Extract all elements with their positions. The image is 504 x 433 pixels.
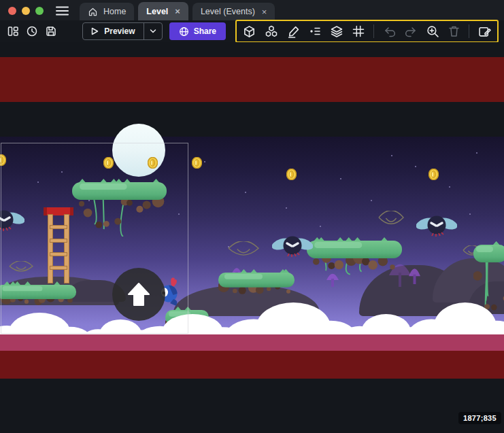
history-icon[interactable] (26, 25, 38, 37)
tab-label: Level (Events) (201, 7, 255, 16)
layers-icon[interactable] (330, 25, 343, 38)
scene-canvas[interactable]: 1877;835 (0, 42, 504, 433)
tab-home[interactable]: Home (80, 3, 134, 20)
platform[interactable] (307, 235, 402, 280)
preview-dropdown-button[interactable] (144, 23, 162, 39)
star (469, 213, 471, 215)
star (245, 192, 246, 193)
star (415, 166, 416, 167)
star (286, 207, 287, 209)
object-groups-icon[interactable] (265, 25, 278, 38)
edit-icon[interactable] (287, 25, 300, 38)
save-icon[interactable] (45, 25, 57, 37)
play-icon (90, 27, 99, 36)
window-controls (0, 7, 50, 20)
menu-icon[interactable] (50, 5, 75, 20)
toolbar-divider (469, 24, 469, 38)
star (340, 178, 341, 179)
tab-label: Level (146, 7, 168, 16)
redo-icon[interactable] (405, 25, 418, 37)
eye-decoration (378, 211, 404, 226)
coordinates-badge: 1877;835 (458, 412, 501, 424)
close-window-button[interactable] (8, 7, 16, 15)
coin[interactable] (192, 157, 202, 169)
hazard-band-bottom (0, 351, 504, 379)
mushroom (409, 266, 420, 284)
star (391, 155, 392, 156)
star (449, 186, 450, 188)
scene-properties-icon[interactable] (478, 25, 491, 38)
star (476, 152, 477, 154)
coin[interactable] (429, 169, 439, 180)
share-label: Share (194, 27, 216, 36)
scene-tools-highlight (235, 20, 499, 43)
star (320, 226, 321, 227)
tab-bar: Home Level × Level (Events) × (75, 0, 275, 20)
tab-level-events[interactable]: Level (Events) × (192, 3, 275, 20)
instance-properties-icon[interactable] (309, 25, 321, 37)
undo-icon[interactable] (383, 25, 396, 37)
hazard-band-top (0, 57, 504, 102)
ground-band-pink (0, 334, 504, 351)
coin[interactable] (286, 169, 297, 180)
close-tab-icon[interactable]: × (261, 7, 267, 17)
zoom-in-icon[interactable] (426, 25, 439, 38)
preview-button[interactable]: Preview (82, 22, 162, 40)
globe-icon (179, 27, 189, 37)
grid-icon[interactable] (352, 25, 365, 37)
preview-label: Preview (104, 27, 135, 36)
platform[interactable] (218, 267, 295, 302)
jump-button[interactable] (112, 268, 165, 321)
star (204, 161, 205, 162)
bat-enemy[interactable] (272, 232, 313, 260)
eye-decoration (228, 241, 259, 257)
zoom-window-button[interactable] (35, 7, 44, 15)
toolbar-divider (373, 24, 374, 38)
toolbar: Preview Share (0, 20, 504, 42)
project-manager-icon[interactable] (7, 25, 19, 37)
arrow-up-icon (127, 282, 150, 307)
titlebar: Home Level × Level (Events) × (0, 0, 504, 20)
add-object-icon[interactable] (243, 25, 256, 38)
home-icon (88, 7, 98, 17)
star (371, 200, 372, 201)
trash-icon[interactable] (448, 25, 460, 37)
share-button[interactable]: Share (169, 22, 226, 40)
tab-level[interactable]: Level × (138, 2, 188, 20)
tab-label: Home (103, 7, 126, 16)
close-tab-icon[interactable]: × (173, 6, 180, 16)
bat-enemy[interactable] (416, 212, 457, 239)
minimize-window-button[interactable] (22, 7, 30, 15)
app-window: Home Level × Level (Events) × (0, 0, 504, 433)
chevron-down-icon (150, 29, 156, 34)
